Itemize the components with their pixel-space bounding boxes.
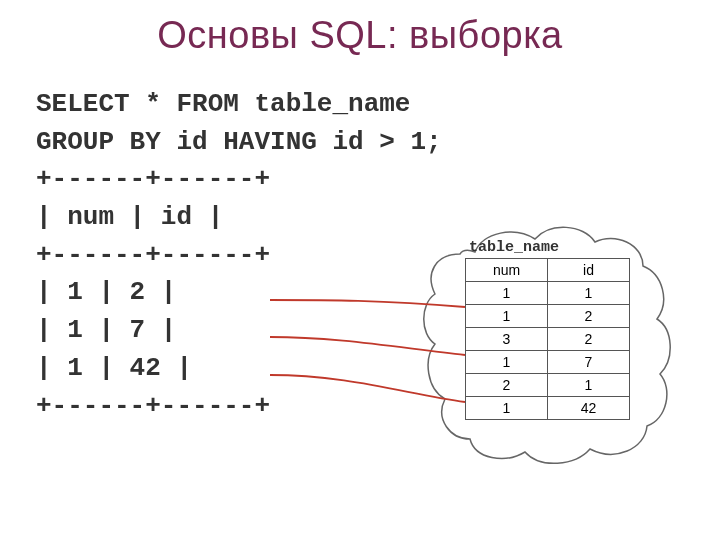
source-table-container: table_name num id 1 1 1 2 3 2 [465, 239, 630, 420]
table-row: 1 42 [466, 397, 630, 420]
cell: 7 [548, 351, 630, 374]
cell: 2 [548, 328, 630, 351]
result-header: | num | id | [36, 199, 442, 237]
result-sep-top: +------+------+ [36, 161, 442, 199]
cell: 1 [548, 282, 630, 305]
thought-cloud: table_name num id 1 1 1 2 3 2 [415, 204, 675, 474]
cell: 2 [466, 374, 548, 397]
sql-line-1: SELECT * FROM table_name [36, 86, 442, 124]
cell: 1 [466, 397, 548, 420]
table-row: 1 2 [466, 305, 630, 328]
cell: 1 [548, 374, 630, 397]
source-table: num id 1 1 1 2 3 2 1 7 [465, 258, 630, 420]
result-sep-bot: +------+------+ [36, 388, 442, 426]
page-title: Основы SQL: выборка [0, 0, 720, 57]
result-row-3: | 1 | 42 | [36, 350, 442, 388]
cell: 2 [548, 305, 630, 328]
result-sep-mid: +------+------+ [36, 237, 442, 275]
col-header-id: id [548, 259, 630, 282]
result-row-1: | 1 | 2 | [36, 274, 442, 312]
table-row: 1 1 [466, 282, 630, 305]
cell: 1 [466, 282, 548, 305]
cell: 3 [466, 328, 548, 351]
cell: 1 [466, 305, 548, 328]
col-header-num: num [466, 259, 548, 282]
table-row: 1 7 [466, 351, 630, 374]
table-row: 3 2 [466, 328, 630, 351]
sql-line-2: GROUP BY id HAVING id > 1; [36, 124, 442, 162]
table-row: 2 1 [466, 374, 630, 397]
source-table-label: table_name [465, 239, 630, 256]
cell: 1 [466, 351, 548, 374]
source-table-header-row: num id [466, 259, 630, 282]
result-row-2: | 1 | 7 | [36, 312, 442, 350]
sql-code-block: SELECT * FROM table_name GROUP BY id HAV… [36, 86, 442, 425]
cell: 42 [548, 397, 630, 420]
